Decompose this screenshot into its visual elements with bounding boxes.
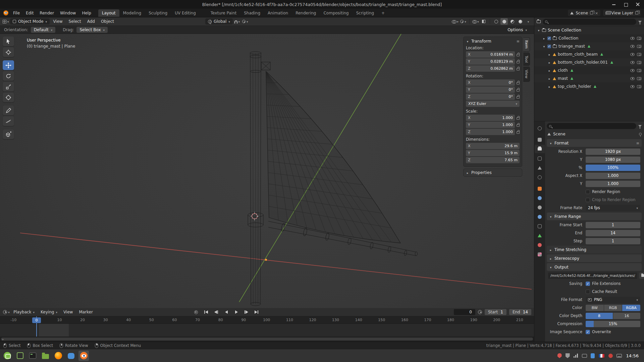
outliner-row-top-cloth-holder[interactable]: top_cloth_holder (534, 82, 644, 90)
lock-icon[interactable] (517, 54, 520, 56)
shading-solid-button[interactable] (500, 18, 508, 25)
select-box-tool[interactable] (3, 37, 14, 46)
xray-toggle[interactable] (480, 18, 487, 25)
compression-slider[interactable]: 15% (586, 321, 640, 327)
hide-eye-icon[interactable] (630, 53, 635, 56)
frame-end-field[interactable]: End14 (509, 309, 531, 315)
blender-app-button[interactable] (78, 351, 89, 361)
tab-layout[interactable]: Layout (98, 9, 119, 17)
menu-edit[interactable]: Edit (23, 10, 37, 16)
hide-eye-icon[interactable] (630, 77, 635, 80)
outliner-row-collection[interactable]: Collection (534, 34, 644, 42)
render-region-checkbox[interactable] (586, 190, 590, 194)
orientation-dropdown[interactable]: Default (31, 27, 55, 33)
render-camera-icon[interactable] (637, 53, 641, 56)
menu-file[interactable]: File (10, 10, 23, 16)
overlays-toggle[interactable] (472, 18, 479, 25)
maximize-button[interactable] (624, 2, 628, 6)
output-section-header[interactable]: Output (547, 263, 642, 271)
outliner-row-cloth[interactable]: cloth (534, 66, 644, 74)
menu-add[interactable]: Add (85, 18, 98, 24)
view-layer-properties-tab[interactable] (535, 154, 545, 163)
output-properties-tab[interactable] (535, 145, 545, 153)
properties-search-input[interactable] (547, 123, 636, 129)
file-extensions-checkbox[interactable] (586, 282, 590, 286)
location-x-field[interactable]: X0.016974 m (466, 51, 515, 58)
shading-wireframe-button[interactable] (492, 18, 500, 25)
rotate-tool[interactable] (3, 71, 14, 81)
drag-dropdown[interactable]: Select Box (76, 27, 108, 33)
color-rgba-button[interactable]: RGBA (622, 305, 640, 311)
menu-help[interactable]: Help (79, 10, 94, 16)
lock-icon[interactable] (517, 96, 520, 99)
network-icon[interactable] (574, 354, 578, 358)
time-stretching-section-header[interactable]: Time Stretching (547, 246, 642, 253)
render-properties-tab[interactable] (535, 135, 545, 144)
tab-scripting[interactable]: Scripting (353, 9, 378, 17)
location-y-field[interactable]: Y0.028129 m (466, 58, 515, 65)
particles-properties-tab[interactable] (535, 203, 545, 212)
menu-marker[interactable]: Marker (76, 309, 95, 315)
terminal-app-button[interactable] (28, 351, 38, 361)
tool-properties-tab[interactable] (535, 124, 545, 132)
current-frame-field[interactable]: 0 (454, 309, 475, 315)
move-tool[interactable] (3, 60, 14, 70)
tab-sculpting[interactable]: Sculpting (145, 9, 171, 17)
playhead-frame-badge[interactable]: 0 (32, 317, 41, 323)
auto-keying-button[interactable] (193, 309, 200, 315)
resolution-y-field[interactable]: 1080 px (586, 157, 640, 163)
firewall-icon[interactable] (566, 353, 570, 358)
jump-to-end-button[interactable] (253, 309, 260, 315)
constraints-properties-tab[interactable] (535, 222, 545, 230)
menu-view[interactable]: View (50, 18, 65, 24)
annotate-tool[interactable] (3, 106, 14, 115)
color-rgb-button[interactable]: RGB (604, 305, 622, 311)
color-bw-button[interactable]: BW (586, 305, 604, 311)
dimensions-z-field[interactable]: Z7.65 m (466, 157, 520, 163)
pin-icon[interactable] (639, 133, 642, 135)
aspect-x-field[interactable]: 1.000 (586, 173, 640, 179)
frame-range-section-header[interactable]: Frame Range (547, 213, 642, 220)
tab-animation[interactable]: Animation (264, 9, 292, 17)
tab-view[interactable]: View (523, 67, 530, 81)
tab-texture-paint[interactable]: Texture Paint (207, 9, 240, 17)
bluetooth-icon[interactable] (591, 353, 595, 358)
close-button[interactable] (636, 2, 640, 6)
new-scene-icon[interactable] (590, 11, 593, 14)
render-camera-icon[interactable] (637, 69, 641, 72)
hide-eye-icon[interactable] (630, 37, 635, 40)
add-workspace-button[interactable]: + (378, 9, 388, 17)
object-visibility-dropdown[interactable] (451, 18, 459, 25)
tab-uv-editing[interactable]: UV Editing (171, 9, 200, 17)
files-app-button[interactable] (40, 351, 51, 361)
firefox-app-button[interactable] (53, 351, 63, 361)
transform-orientation-dropdown[interactable]: Global (205, 18, 233, 24)
input-method-icon[interactable] (616, 354, 622, 358)
render-camera-icon[interactable] (637, 61, 641, 64)
resolution-percent-slider[interactable]: 100% (586, 165, 640, 171)
frame-start-field[interactable]: Start1 (485, 309, 506, 315)
play-button[interactable] (233, 309, 240, 315)
timeline-tracks[interactable] (0, 324, 534, 337)
outliner-row-mast[interactable]: mast (534, 74, 644, 82)
editor-type-button[interactable] (2, 18, 9, 25)
timeline-ruler[interactable]: -100102030405060708090100110120130140150… (0, 316, 534, 324)
proportional-edit-button[interactable] (241, 18, 249, 25)
dimensions-y-field[interactable]: Y15.9 m (466, 150, 520, 156)
rotation-y-field[interactable]: Y0° (466, 86, 515, 93)
media-player-icon[interactable] (608, 354, 613, 358)
frame-step-field[interactable]: 1 (586, 238, 640, 244)
chat-app-button[interactable] (66, 351, 76, 361)
scale-z-field[interactable]: Z1.000 (466, 129, 515, 135)
rotation-x-field[interactable]: X0° (466, 79, 515, 86)
tab-compositing[interactable]: Compositing (320, 9, 352, 17)
outliner-row-bottom-cloth-beam[interactable]: bottom_cloth_beam (534, 50, 644, 58)
software-app-button[interactable] (15, 351, 25, 361)
outliner-editor-icon[interactable] (537, 20, 541, 23)
depth-16-button[interactable]: 16 (613, 313, 640, 319)
menu-object[interactable]: Object (98, 18, 117, 24)
menu-select[interactable]: Select (66, 18, 84, 24)
properties-subpanel[interactable]: Properties (463, 169, 522, 177)
filter-icon[interactable] (638, 21, 642, 23)
timeline-editor-type-button[interactable] (3, 309, 10, 315)
